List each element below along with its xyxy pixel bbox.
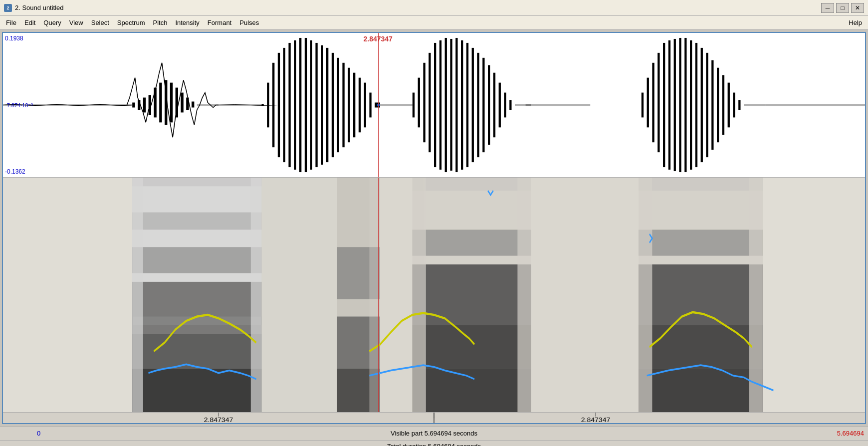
timeline-row: 0 Visible part 5.694694 seconds 5.694694: [0, 426, 868, 440]
svg-rect-58: [509, 100, 511, 110]
svg-rect-56: [499, 83, 501, 128]
main-content: 2.847347 0.1938 -7.874·10⁻⁵ -0.1362: [0, 30, 868, 426]
menu-pulses[interactable]: Pulses: [235, 17, 263, 28]
svg-rect-34: [359, 78, 361, 133]
svg-rect-55: [493, 73, 495, 138]
minimize-button[interactable]: ─: [821, 3, 834, 13]
svg-rect-43: [429, 53, 431, 152]
svg-rect-10: [170, 83, 173, 123]
title-bar: 2 2. Sound untitled ─ □ ✕: [0, 0, 868, 16]
svg-rect-77: [728, 83, 730, 128]
svg-rect-17: [267, 83, 269, 128]
svg-rect-90: [132, 317, 261, 325]
menu-intensity[interactable]: Intensity: [171, 17, 203, 28]
svg-rect-33: [353, 73, 355, 138]
amplitude-top: 0.1938: [5, 35, 23, 42]
svg-rect-25: [310, 40, 312, 170]
svg-rect-54: [488, 65, 490, 145]
spectrogram-area[interactable]: 5000 Hz 100 dB 500 Hz 0 Hz 60 dB 75 Hz: [3, 178, 865, 412]
svg-rect-61: [642, 93, 644, 118]
svg-rect-18: [272, 63, 274, 147]
svg-rect-88: [132, 178, 261, 186]
svg-rect-84: [132, 282, 261, 334]
duration-row: Total duration 5.694694 seconds: [0, 440, 868, 446]
svg-rect-53: [482, 58, 484, 152]
waveform-svg: [3, 33, 865, 177]
svg-rect-72: [701, 48, 703, 162]
svg-rect-100: [413, 264, 531, 325]
menu-edit[interactable]: Edit: [20, 17, 39, 28]
svg-rect-70: [690, 40, 692, 170]
svg-rect-41: [418, 78, 420, 128]
svg-rect-64: [657, 53, 659, 152]
svg-rect-15: [197, 104, 262, 106]
svg-rect-47: [450, 39, 452, 171]
svg-rect-39: [380, 104, 413, 106]
svg-rect-5: [143, 98, 146, 113]
close-button[interactable]: ✕: [851, 3, 864, 13]
menu-formant[interactable]: Formant: [204, 17, 235, 28]
svg-rect-26: [315, 43, 317, 167]
svg-rect-31: [342, 63, 344, 147]
svg-rect-30: [337, 58, 339, 152]
svg-rect-3: [132, 103, 135, 108]
svg-rect-75: [717, 68, 719, 142]
svg-rect-42: [423, 63, 425, 142]
svg-text:2.847347: 2.847347: [581, 417, 610, 423]
svg-rect-4: [138, 100, 140, 110]
svg-rect-40: [413, 93, 415, 118]
svg-rect-16: [261, 104, 263, 106]
svg-rect-106: [517, 178, 531, 412]
svg-rect-48: [455, 38, 457, 172]
svg-rect-79: [738, 100, 740, 110]
maximize-button[interactable]: □: [836, 3, 849, 13]
total-duration: Total duration 5.694694 seconds: [387, 443, 481, 446]
cursor-time-label: 2.847347: [363, 35, 392, 43]
svg-rect-105: [413, 178, 426, 412]
svg-rect-107: [531, 178, 639, 412]
svg-rect-24: [305, 38, 307, 172]
svg-rect-76: [722, 75, 724, 135]
menu-file[interactable]: File: [2, 17, 20, 28]
svg-rect-23: [299, 38, 301, 172]
svg-rect-27: [321, 45, 323, 165]
svg-rect-60: [526, 104, 591, 106]
svg-rect-8: [159, 83, 162, 123]
svg-rect-101: [413, 229, 531, 255]
menu-bar: File Edit Query View Select Spectrum Pit…: [0, 16, 868, 30]
svg-rect-22: [294, 40, 296, 170]
amplitude-mid: -7.874·10⁻⁵: [5, 102, 33, 108]
svg-rect-46: [445, 38, 447, 172]
svg-rect-80: [744, 104, 765, 106]
svg-rect-115: [749, 178, 763, 412]
waveform-area[interactable]: 2.847347 0.1938 -7.874·10⁻⁵ -0.1362: [3, 33, 865, 178]
svg-rect-19: [278, 53, 280, 157]
menu-help[interactable]: Help: [845, 17, 866, 28]
waveform-panel[interactable]: 2.847347 0.1938 -7.874·10⁻⁵ -0.1362: [2, 32, 866, 424]
svg-rect-14: [192, 102, 194, 108]
svg-text:2.847347: 2.847347: [204, 417, 233, 423]
svg-rect-11: [176, 88, 178, 118]
svg-rect-110: [639, 229, 762, 255]
menu-pitch[interactable]: Pitch: [149, 17, 172, 28]
svg-rect-44: [434, 43, 436, 167]
ruler-svg: 2.847347 2.847347: [3, 413, 865, 423]
svg-rect-87: [132, 369, 261, 412]
svg-rect-52: [477, 53, 479, 157]
menu-select[interactable]: Select: [87, 17, 113, 28]
svg-rect-57: [504, 93, 506, 118]
svg-rect-114: [639, 178, 652, 412]
svg-rect-66: [668, 40, 670, 170]
svg-rect-20: [283, 48, 285, 162]
cursor-line: [378, 33, 379, 177]
menu-spectrum[interactable]: Spectrum: [113, 17, 149, 28]
menu-query[interactable]: Query: [39, 17, 65, 28]
svg-rect-13: [186, 98, 189, 110]
svg-rect-74: [711, 60, 713, 150]
window-controls: ─ □ ✕: [821, 3, 864, 13]
svg-rect-65: [663, 43, 665, 167]
svg-rect-112: [639, 369, 762, 412]
menu-view[interactable]: View: [65, 17, 87, 28]
svg-rect-78: [733, 93, 735, 118]
svg-rect-32: [348, 68, 350, 142]
